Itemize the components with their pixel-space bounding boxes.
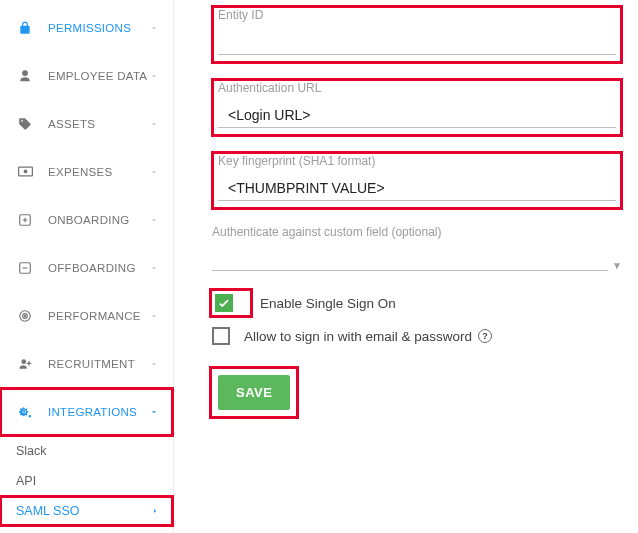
sidebar-label: RECRUITMENT (48, 358, 149, 370)
svg-point-6 (24, 315, 25, 316)
sidebar-label: EXPENSES (48, 166, 149, 178)
fingerprint-input[interactable] (218, 178, 616, 201)
lock-icon (16, 21, 34, 35)
sidebar-item-expenses[interactable]: EXPENSES (0, 148, 173, 196)
custom-field-label: Authenticate against custom field (optio… (212, 225, 622, 239)
tag-icon (16, 117, 34, 131)
sidebar-item-onboarding[interactable]: ONBOARDING (0, 196, 173, 244)
target-icon (16, 309, 34, 323)
chevron-down-icon (149, 215, 159, 225)
sidebar-item-performance[interactable]: PERFORMANCE (0, 292, 173, 340)
sidebar-sub-merit-palk[interactable]: Merit Palk (0, 526, 173, 533)
sub-label: Slack (16, 444, 47, 458)
sidebar-item-assets[interactable]: ASSETS (0, 100, 173, 148)
sidebar-item-offboarding[interactable]: OFFBOARDING (0, 244, 173, 292)
sidebar: PERMISSIONS EMPLOYEE DATA ASSETS EXPENSE… (0, 0, 174, 533)
chevron-down-icon (149, 23, 159, 33)
sidebar-label: PERMISSIONS (48, 22, 149, 34)
save-highlight: SAVE (212, 369, 296, 416)
chevron-down-icon (149, 407, 159, 417)
chevron-down-icon (149, 119, 159, 129)
sidebar-sub-slack[interactable]: Slack (0, 436, 173, 466)
chevron-down-icon (149, 359, 159, 369)
fingerprint-field-group: Key fingerprint (SHA1 format) (212, 152, 622, 209)
sidebar-label: ASSETS (48, 118, 149, 130)
auth-url-input[interactable] (218, 105, 616, 128)
svg-point-1 (23, 170, 27, 174)
entity-id-input[interactable] (218, 32, 616, 55)
fingerprint-label: Key fingerprint (SHA1 format) (218, 154, 616, 168)
save-button[interactable]: SAVE (218, 375, 290, 410)
chevron-down-icon (149, 263, 159, 273)
chevron-right-icon (151, 506, 159, 516)
sidebar-item-integrations[interactable]: INTEGRATIONS (0, 388, 173, 436)
sidebar-item-employee-data[interactable]: EMPLOYEE DATA (0, 52, 173, 100)
main-content: Entity ID Authentication URL Key fingerp… (174, 0, 638, 533)
sidebar-label: EMPLOYEE DATA (48, 70, 149, 82)
enable-sso-label: Enable Single Sign On (260, 296, 396, 311)
custom-field-group: Authenticate against custom field (optio… (212, 225, 622, 271)
sidebar-sub-saml-sso[interactable]: SAML SSO (0, 496, 173, 526)
sidebar-label: INTEGRATIONS (48, 406, 149, 418)
help-icon[interactable]: ? (478, 329, 492, 343)
sidebar-sub-api[interactable]: API (0, 466, 173, 496)
sidebar-label: OFFBOARDING (48, 262, 149, 274)
sub-label: API (16, 474, 36, 488)
minus-box-icon (16, 261, 34, 275)
integrations-submenu: Slack API SAML SSO Merit Palk (0, 436, 173, 533)
entity-id-label: Entity ID (218, 8, 616, 22)
person-plus-icon (16, 357, 34, 371)
sidebar-item-recruitment[interactable]: RECRUITMENT (0, 340, 173, 388)
sidebar-label: ONBOARDING (48, 214, 149, 226)
enable-sso-row: Enable Single Sign On (212, 291, 622, 315)
sidebar-label: PERFORMANCE (48, 310, 149, 322)
chevron-down-icon: ▼ (612, 260, 622, 271)
sub-label: SAML SSO (16, 504, 79, 518)
person-icon (16, 69, 34, 83)
custom-field-select[interactable]: ▼ (212, 253, 622, 271)
plus-box-icon (16, 213, 34, 227)
chevron-down-icon (149, 71, 159, 81)
auth-url-field-group: Authentication URL (212, 79, 622, 136)
sidebar-item-permissions[interactable]: PERMISSIONS (0, 4, 173, 52)
allow-email-checkbox[interactable] (212, 327, 230, 345)
chevron-down-icon (149, 167, 159, 177)
allow-email-label: Allow to sign in with email & password (244, 329, 472, 344)
chevron-down-icon (149, 311, 159, 321)
enable-sso-checkbox[interactable] (215, 294, 233, 312)
allow-email-row: Allow to sign in with email & password ? (212, 327, 622, 345)
cash-icon (16, 166, 34, 178)
auth-url-label: Authentication URL (218, 81, 616, 95)
gears-icon (16, 405, 34, 420)
enable-sso-highlight (212, 291, 250, 315)
entity-id-field-group: Entity ID (212, 6, 622, 63)
